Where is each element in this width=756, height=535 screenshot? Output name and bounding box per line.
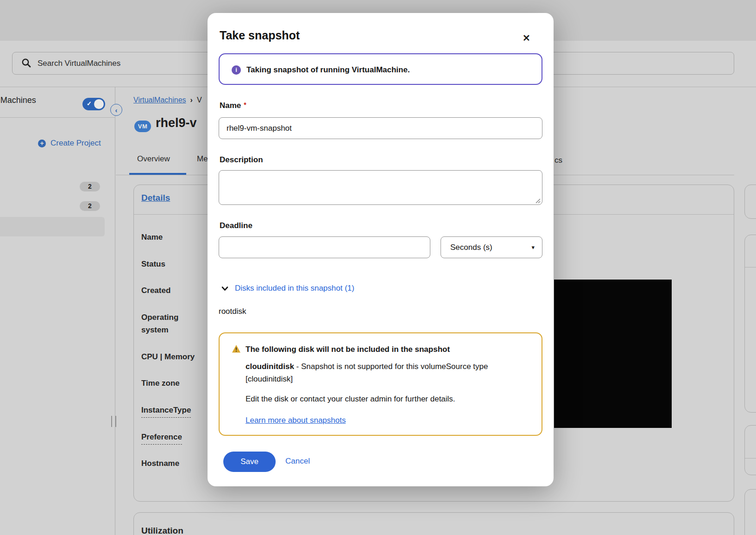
warning-alert: The following disk will not be included … [219,332,542,436]
plus-circle-icon: + [38,140,46,147]
detail-label-os: Operating system [141,311,197,336]
warning-alert-body2: Edit the disk or contact your cluster ad… [246,395,523,404]
details-card-heading[interactable]: Details [141,193,170,203]
modal-title: Take snapshot [220,29,300,42]
right-column-card [744,489,756,535]
detail-label-preference: Preference [141,431,182,445]
create-project-label: Create Project [50,139,101,148]
save-button[interactable]: Save [223,452,276,472]
detail-label-timezone: Time zone [141,377,180,389]
projects-toggle-switch[interactable]: ✓ [82,98,105,110]
warning-alert-title: The following disk will not be included … [246,345,450,354]
take-snapshot-modal: Take snapshot ✕ i Taking snapshot of run… [208,13,554,486]
check-icon: ✓ [87,100,92,107]
deadline-unit-select[interactable]: Seconds (s) ▾ [441,236,542,258]
chevron-down-icon [221,285,228,292]
name-label: Name* [220,101,246,110]
vm-console-screenshot [554,280,672,428]
breadcrumb-virtualmachines-link[interactable]: VirtualMachines [133,96,186,104]
tab-right-fragment[interactable]: cs [554,156,562,165]
warning-alert-body: cloudinitdisk - Snapshot is not supporte… [246,360,519,385]
utilization-heading: Utilization [141,526,183,535]
selected-project-row[interactable] [0,217,105,236]
info-icon: i [232,65,241,75]
detail-label-hostname: Hostname [141,457,179,470]
project-count-badge: 2 [80,182,100,191]
disk-item-rootdisk: rootdisk [219,307,246,316]
warning-disk-name: cloudinitdisk [246,362,294,371]
deadline-input[interactable] [219,236,430,258]
description-label: Description [220,155,263,165]
right-column-card [744,185,756,219]
disks-expand-toggle[interactable]: Disks included in this snapshot (1) [221,284,354,293]
tab-overview[interactable]: Overview [137,154,170,164]
info-alert-text: Taking snapshot of running VirtualMachin… [246,65,410,75]
right-card-divider [745,458,756,459]
project-count-badge: 2 [80,201,100,211]
close-icon[interactable]: ✕ [523,32,530,44]
tab-metrics-fragment[interactable]: Me [197,154,208,164]
breadcrumb-separator-icon: › [190,96,193,104]
deadline-unit-value: Seconds (s) [450,243,492,252]
right-card-divider [745,267,756,268]
panel-resize-grip[interactable] [111,416,116,427]
detail-label-instancetype: InstanceType [141,404,191,418]
detail-label-created: Created [141,284,170,297]
detail-label-name: Name [141,231,163,243]
sidebar-header-divider [0,117,115,118]
required-asterisk: * [244,101,246,108]
right-column-card [744,235,756,413]
utilization-card [133,512,734,535]
project-panel-title: VirtualMachines [0,96,36,105]
cancel-button[interactable]: Cancel [285,457,310,466]
breadcrumb: VirtualMachines›V [133,96,202,104]
right-column-card [744,425,756,475]
resize-handle-icon[interactable] [535,197,541,204]
chevron-left-icon: ‹ [115,106,118,114]
detail-label-status: Status [141,258,165,270]
name-input[interactable] [219,117,542,139]
toggle-knob [94,99,104,109]
collapse-panel-button[interactable]: ‹ [110,104,122,116]
warning-icon [232,344,241,353]
detail-label-cpu-memory: CPU | Memory [141,350,195,363]
vm-kind-badge: VM [134,121,151,132]
create-project-button[interactable]: + Create Project [38,139,101,148]
sidebar-divider [115,87,115,535]
breadcrumb-current-fragment: V [197,96,202,104]
description-textarea[interactable] [219,170,542,205]
disks-toggle-label: Disks included in this snapshot (1) [235,284,354,293]
deadline-label: Deadline [220,221,252,230]
info-alert: i Taking snapshot of running VirtualMach… [219,53,542,85]
screen: VirtualMachines ✓ ‹ + Create Project 2 2… [0,0,756,535]
caret-down-icon: ▾ [531,244,535,251]
learn-more-link[interactable]: Learn more about snapshots [246,416,346,425]
page-title: rhel9-v [156,116,197,130]
